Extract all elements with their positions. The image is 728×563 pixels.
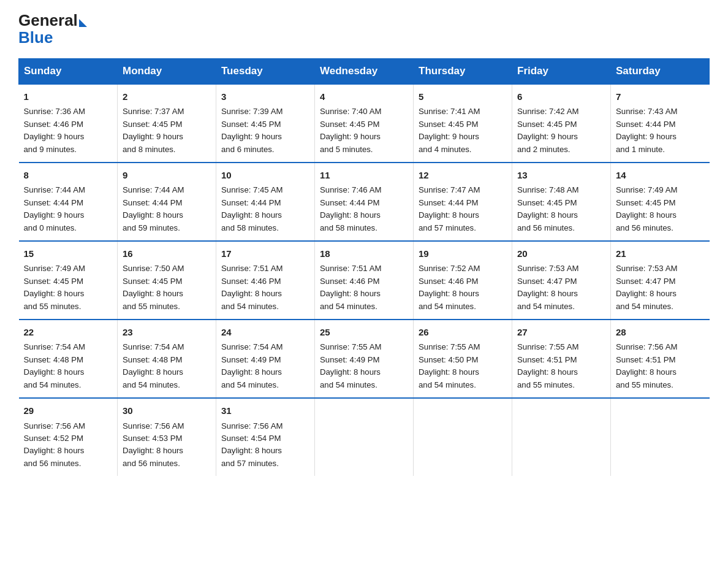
day-number: 9 <box>123 168 211 182</box>
calendar-cell: 31Sunrise: 7:56 AMSunset: 4:54 PMDayligh… <box>216 398 315 476</box>
calendar-cell: 25Sunrise: 7:55 AMSunset: 4:49 PMDayligh… <box>315 320 414 398</box>
day-number: 17 <box>221 247 309 261</box>
day-number: 31 <box>221 404 309 418</box>
calendar-cell: 24Sunrise: 7:54 AMSunset: 4:49 PMDayligh… <box>216 320 315 398</box>
day-info: Sunrise: 7:47 AMSunset: 4:44 PMDaylight:… <box>419 184 507 234</box>
calendar-week-row: 22Sunrise: 7:54 AMSunset: 4:48 PMDayligh… <box>19 320 710 398</box>
calendar-cell: 5Sunrise: 7:41 AMSunset: 4:45 PMDaylight… <box>414 84 512 163</box>
day-number: 24 <box>221 325 309 339</box>
weekday-header-saturday: Saturday <box>611 59 710 85</box>
day-number: 26 <box>419 325 507 339</box>
day-info: Sunrise: 7:49 AMSunset: 4:45 PMDaylight:… <box>616 184 705 234</box>
weekday-header-friday: Friday <box>512 59 611 85</box>
calendar-cell: 3Sunrise: 7:39 AMSunset: 4:45 PMDaylight… <box>216 84 315 163</box>
day-number: 15 <box>24 247 113 261</box>
day-number: 2 <box>123 90 211 104</box>
weekday-header-sunday: Sunday <box>19 59 118 85</box>
logo-general-text: General <box>18 12 78 28</box>
day-info: Sunrise: 7:51 AMSunset: 4:46 PMDaylight:… <box>221 262 309 313</box>
day-info: Sunrise: 7:52 AMSunset: 4:46 PMDaylight:… <box>419 262 507 313</box>
day-info: Sunrise: 7:54 AMSunset: 4:48 PMDaylight:… <box>123 341 211 391</box>
calendar-cell: 23Sunrise: 7:54 AMSunset: 4:48 PMDayligh… <box>118 320 216 398</box>
day-number: 6 <box>517 90 605 104</box>
day-info: Sunrise: 7:50 AMSunset: 4:45 PMDaylight:… <box>123 262 211 313</box>
calendar-cell: 10Sunrise: 7:45 AMSunset: 4:44 PMDayligh… <box>216 163 315 241</box>
day-info: Sunrise: 7:56 AMSunset: 4:54 PMDaylight:… <box>221 420 309 470</box>
calendar-week-row: 1Sunrise: 7:36 AMSunset: 4:46 PMDaylight… <box>19 84 710 163</box>
day-info: Sunrise: 7:56 AMSunset: 4:51 PMDaylight:… <box>616 341 705 391</box>
day-info: Sunrise: 7:48 AMSunset: 4:45 PMDaylight:… <box>517 184 605 234</box>
day-number: 13 <box>517 168 605 182</box>
day-info: Sunrise: 7:44 AMSunset: 4:44 PMDaylight:… <box>24 184 113 234</box>
day-number: 25 <box>320 325 408 339</box>
calendar-cell: 22Sunrise: 7:54 AMSunset: 4:48 PMDayligh… <box>19 320 118 398</box>
logo-blue-text: Blue <box>18 28 53 47</box>
day-number: 28 <box>616 325 705 339</box>
calendar-cell: 9Sunrise: 7:44 AMSunset: 4:44 PMDaylight… <box>118 163 216 241</box>
logo: General Blue <box>18 12 88 47</box>
day-number: 14 <box>616 168 705 182</box>
calendar-cell: 29Sunrise: 7:56 AMSunset: 4:52 PMDayligh… <box>19 398 118 476</box>
calendar-cell: 21Sunrise: 7:53 AMSunset: 4:47 PMDayligh… <box>611 241 710 320</box>
weekday-header-monday: Monday <box>118 59 216 85</box>
calendar-cell: 6Sunrise: 7:42 AMSunset: 4:45 PMDaylight… <box>512 84 611 163</box>
day-number: 1 <box>24 90 113 104</box>
day-number: 29 <box>24 404 113 418</box>
day-number: 22 <box>24 325 113 339</box>
day-info: Sunrise: 7:44 AMSunset: 4:44 PMDaylight:… <box>123 184 211 234</box>
calendar-cell: 27Sunrise: 7:55 AMSunset: 4:51 PMDayligh… <box>512 320 611 398</box>
calendar-week-row: 29Sunrise: 7:56 AMSunset: 4:52 PMDayligh… <box>19 398 710 476</box>
day-info: Sunrise: 7:54 AMSunset: 4:49 PMDaylight:… <box>221 341 309 391</box>
day-number: 10 <box>221 168 309 182</box>
calendar-cell: 4Sunrise: 7:40 AMSunset: 4:45 PMDaylight… <box>315 84 414 163</box>
logo-triangle-icon <box>79 19 87 27</box>
day-number: 16 <box>123 247 211 261</box>
weekday-header-wednesday: Wednesday <box>315 59 414 85</box>
day-info: Sunrise: 7:36 AMSunset: 4:46 PMDaylight:… <box>24 105 113 156</box>
day-number: 3 <box>221 90 309 104</box>
day-info: Sunrise: 7:55 AMSunset: 4:50 PMDaylight:… <box>419 341 507 391</box>
calendar-cell: 19Sunrise: 7:52 AMSunset: 4:46 PMDayligh… <box>414 241 512 320</box>
day-info: Sunrise: 7:37 AMSunset: 4:45 PMDaylight:… <box>123 105 211 156</box>
calendar-cell: 28Sunrise: 7:56 AMSunset: 4:51 PMDayligh… <box>611 320 710 398</box>
day-info: Sunrise: 7:39 AMSunset: 4:45 PMDaylight:… <box>221 105 309 156</box>
day-number: 18 <box>320 247 408 261</box>
day-info: Sunrise: 7:55 AMSunset: 4:51 PMDaylight:… <box>517 341 605 391</box>
calendar-cell: 11Sunrise: 7:46 AMSunset: 4:44 PMDayligh… <box>315 163 414 241</box>
calendar-cell: 16Sunrise: 7:50 AMSunset: 4:45 PMDayligh… <box>118 241 216 320</box>
day-info: Sunrise: 7:42 AMSunset: 4:45 PMDaylight:… <box>517 105 605 156</box>
day-number: 12 <box>419 168 507 182</box>
weekday-header-tuesday: Tuesday <box>216 59 315 85</box>
day-number: 4 <box>320 90 408 104</box>
calendar-cell: 1Sunrise: 7:36 AMSunset: 4:46 PMDaylight… <box>19 84 118 163</box>
day-info: Sunrise: 7:41 AMSunset: 4:45 PMDaylight:… <box>419 105 507 156</box>
calendar-cell <box>414 398 512 476</box>
day-info: Sunrise: 7:56 AMSunset: 4:52 PMDaylight:… <box>24 420 113 470</box>
day-number: 30 <box>123 404 211 418</box>
calendar-cell: 15Sunrise: 7:49 AMSunset: 4:45 PMDayligh… <box>19 241 118 320</box>
calendar-cell: 20Sunrise: 7:53 AMSunset: 4:47 PMDayligh… <box>512 241 611 320</box>
calendar-cell <box>611 398 710 476</box>
calendar-cell: 13Sunrise: 7:48 AMSunset: 4:45 PMDayligh… <box>512 163 611 241</box>
calendar-cell: 8Sunrise: 7:44 AMSunset: 4:44 PMDaylight… <box>19 163 118 241</box>
calendar-cell <box>512 398 611 476</box>
day-info: Sunrise: 7:43 AMSunset: 4:44 PMDaylight:… <box>616 105 705 156</box>
day-number: 21 <box>616 247 705 261</box>
day-number: 27 <box>517 325 605 339</box>
page-header: General Blue <box>18 12 710 47</box>
calendar-week-row: 15Sunrise: 7:49 AMSunset: 4:45 PMDayligh… <box>19 241 710 320</box>
day-info: Sunrise: 7:45 AMSunset: 4:44 PMDaylight:… <box>221 184 309 234</box>
calendar-cell: 18Sunrise: 7:51 AMSunset: 4:46 PMDayligh… <box>315 241 414 320</box>
day-info: Sunrise: 7:55 AMSunset: 4:49 PMDaylight:… <box>320 341 408 391</box>
day-info: Sunrise: 7:54 AMSunset: 4:48 PMDaylight:… <box>24 341 113 391</box>
calendar-cell: 2Sunrise: 7:37 AMSunset: 4:45 PMDaylight… <box>118 84 216 163</box>
calendar-cell: 30Sunrise: 7:56 AMSunset: 4:53 PMDayligh… <box>118 398 216 476</box>
day-info: Sunrise: 7:53 AMSunset: 4:47 PMDaylight:… <box>616 262 705 313</box>
day-info: Sunrise: 7:51 AMSunset: 4:46 PMDaylight:… <box>320 262 408 313</box>
day-number: 8 <box>24 168 113 182</box>
weekday-header-thursday: Thursday <box>414 59 512 85</box>
calendar-cell: 26Sunrise: 7:55 AMSunset: 4:50 PMDayligh… <box>414 320 512 398</box>
day-info: Sunrise: 7:49 AMSunset: 4:45 PMDaylight:… <box>24 262 113 313</box>
day-info: Sunrise: 7:40 AMSunset: 4:45 PMDaylight:… <box>320 105 408 156</box>
calendar-cell: 12Sunrise: 7:47 AMSunset: 4:44 PMDayligh… <box>414 163 512 241</box>
